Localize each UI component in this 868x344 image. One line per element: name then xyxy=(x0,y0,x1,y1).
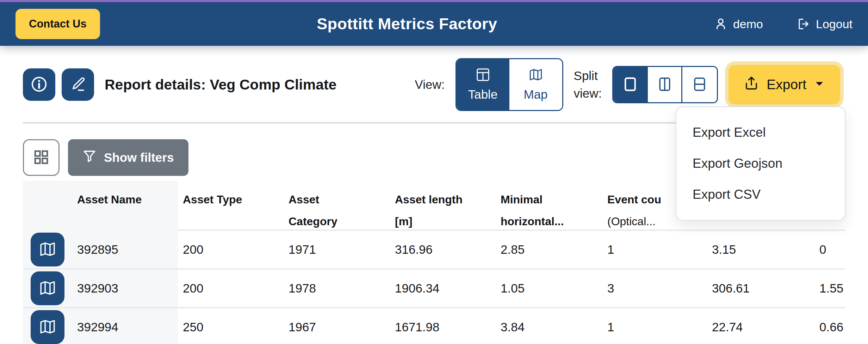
cell-asset-length: 1906.34 xyxy=(390,270,496,307)
map-icon xyxy=(39,318,56,336)
cell-asset-length: 1671.98 xyxy=(390,308,496,344)
export-button[interactable]: Export xyxy=(728,65,840,104)
map-icon xyxy=(39,241,56,259)
row-map-cell xyxy=(23,308,72,344)
show-filters-button[interactable]: Show filters xyxy=(68,139,188,176)
table-row: 392903 200 1978 1906.34 1.05 3 306.61 1.… xyxy=(23,268,845,307)
pane-hsplit-icon xyxy=(692,76,708,93)
table-row: 392895 200 1971 316.96 2.85 1 3.15 0 xyxy=(23,229,845,268)
cell-col8: 22.74 xyxy=(707,308,814,344)
cell-minimal-horizontal: 3.84 xyxy=(496,308,602,344)
info-button[interactable] xyxy=(23,68,55,101)
username: demo xyxy=(733,17,763,31)
row-map-button[interactable] xyxy=(31,233,64,266)
split-view-toggle xyxy=(612,66,718,103)
logout-label: Logout xyxy=(816,17,852,31)
row-map-cell xyxy=(23,231,72,268)
row-map-button[interactable] xyxy=(31,310,64,344)
export-menu-item-excel[interactable]: Export Excel xyxy=(676,117,845,148)
cell-col8: 3.15 xyxy=(707,231,814,268)
cell-minimal-horizontal: 2.85 xyxy=(496,231,602,268)
app-title: Spottitt Metrics Factory xyxy=(100,15,714,33)
user-menu[interactable]: demo xyxy=(714,17,763,31)
view-label: View: xyxy=(415,78,445,92)
table-row: 392994 250 1967 1671.98 3.84 1 22.74 0.6… xyxy=(23,307,845,344)
export-menu: Export Excel Export Geojson Export CSV xyxy=(676,106,845,221)
pane-single-icon xyxy=(622,76,638,93)
split-view-label: Split view: xyxy=(574,67,602,102)
table-icon xyxy=(476,68,490,85)
header-map-column xyxy=(23,181,72,232)
info-icon xyxy=(31,76,48,94)
show-filters-label: Show filters xyxy=(104,150,174,165)
header-asset-name[interactable]: Asset Name xyxy=(72,181,178,232)
cell-event-count: 1 xyxy=(602,231,707,268)
map-icon xyxy=(529,68,543,85)
view-toggle-map-label: Map xyxy=(523,87,547,102)
cell-col9: 0 xyxy=(814,231,845,268)
cell-col8: 306.61 xyxy=(707,270,814,307)
cell-event-count: 1 xyxy=(602,308,707,344)
header-user-area: demo Logout xyxy=(714,17,852,31)
cell-col9: 1.55 xyxy=(814,270,845,307)
cell-asset-type: 200 xyxy=(178,270,284,307)
cell-asset-category: 1967 xyxy=(284,308,390,344)
cell-asset-name: 392895 xyxy=(72,231,178,268)
cell-asset-name: 392903 xyxy=(72,270,178,307)
page-title: Report details: Veg Comp Climate xyxy=(105,76,336,93)
row-map-cell xyxy=(23,270,72,307)
cell-asset-name: 392994 xyxy=(72,308,178,344)
caret-down-icon xyxy=(814,77,825,92)
cell-asset-category: 1978 xyxy=(284,270,390,307)
report-toolbar: Report details: Veg Comp Climate View: T… xyxy=(23,58,845,111)
export-menu-item-geojson[interactable]: Export Geojson xyxy=(676,148,845,179)
view-controls: View: Table Map Split view: xyxy=(415,58,845,111)
split-vertical-button[interactable] xyxy=(648,67,682,102)
pane-vsplit-icon xyxy=(657,76,673,93)
export-label: Export xyxy=(767,77,806,92)
logout-icon xyxy=(797,17,810,31)
cell-asset-category: 1971 xyxy=(284,231,390,268)
split-horizontal-button[interactable] xyxy=(682,67,717,102)
logout-button[interactable]: Logout xyxy=(797,17,852,31)
view-toggle: Table Map xyxy=(455,58,563,111)
view-toggle-map[interactable]: Map xyxy=(509,59,562,110)
upload-icon xyxy=(744,76,759,94)
split-single-button[interactable] xyxy=(613,67,648,102)
view-toggle-table[interactable]: Table xyxy=(457,59,509,110)
contact-us-button[interactable]: Contact Us xyxy=(16,9,100,39)
cell-asset-length: 316.96 xyxy=(390,231,496,268)
cell-minimal-horizontal: 1.05 xyxy=(496,270,602,307)
filter-icon xyxy=(83,149,96,166)
map-icon xyxy=(39,280,56,297)
cell-asset-type: 200 xyxy=(178,231,284,268)
edit-icon xyxy=(70,76,86,93)
header-asset-type[interactable]: Asset Type xyxy=(178,181,284,232)
header-asset-category[interactable]: AssetCategory xyxy=(284,181,390,232)
person-icon xyxy=(714,17,727,31)
app-header: Contact Us Spottitt Metrics Factory demo… xyxy=(0,2,868,46)
header-minimal-horizontal[interactable]: Minimalhorizontal... xyxy=(496,181,602,232)
grid-icon xyxy=(33,149,49,166)
edit-report-button[interactable] xyxy=(62,68,94,101)
cell-asset-type: 250 xyxy=(178,308,284,344)
header-asset-length[interactable]: Asset length[m] xyxy=(390,181,496,232)
row-map-button[interactable] xyxy=(31,271,64,305)
column-settings-button[interactable] xyxy=(23,139,60,176)
export-menu-item-csv[interactable]: Export CSV xyxy=(676,179,845,210)
cell-event-count: 3 xyxy=(602,270,707,307)
view-toggle-table-label: Table xyxy=(468,87,498,102)
cell-col9: 0.66 xyxy=(814,308,845,344)
